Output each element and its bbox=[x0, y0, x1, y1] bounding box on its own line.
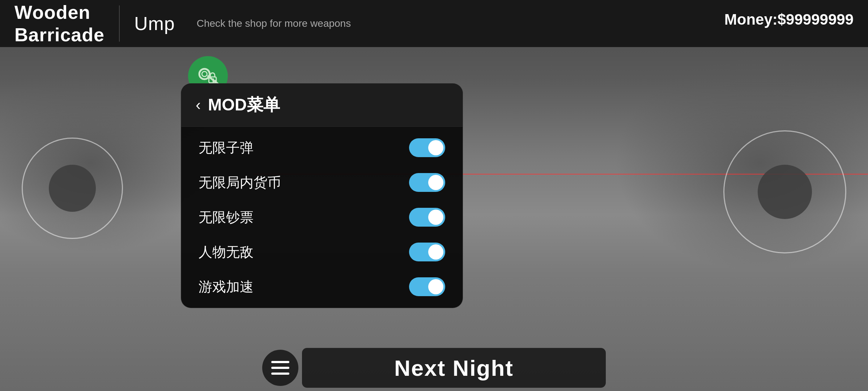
shop-hint: Check the shop for more weapons bbox=[197, 18, 351, 29]
mod-menu-body: 无限子弹 无限局内货币 无限钞票 人物无敌 游戏加速 bbox=[181, 127, 463, 308]
toggle-cash[interactable] bbox=[409, 208, 445, 227]
mod-item-invincible: 人物无敌 bbox=[181, 235, 463, 269]
mod-item-ammo: 无限子弹 bbox=[181, 130, 463, 165]
toggle-invincible[interactable] bbox=[409, 243, 445, 261]
mod-label-currency: 无限局内货币 bbox=[199, 173, 281, 192]
mod-menu-header: ‹ MOD菜单 bbox=[181, 84, 463, 127]
weapon-name: Ump bbox=[134, 13, 175, 34]
mod-label-speed: 游戏加速 bbox=[199, 278, 254, 296]
mod-menu-panel: ‹ MOD菜单 无限子弹 无限局内货币 无限钞票 人物无敌 游戏加速 bbox=[181, 83, 463, 308]
mod-menu-title: MOD菜单 bbox=[208, 94, 280, 116]
left-joystick[interactable] bbox=[22, 138, 123, 239]
back-button[interactable]: ‹ bbox=[196, 97, 201, 113]
mod-item-currency: 无限局内货币 bbox=[181, 165, 463, 200]
right-joystick-thumb bbox=[758, 165, 812, 219]
bottom-bar: Next Night bbox=[0, 345, 868, 391]
toggle-speed[interactable] bbox=[409, 277, 445, 296]
barricade-title: Wooden Barricade bbox=[14, 1, 105, 46]
mod-label-cash: 无限钞票 bbox=[199, 208, 254, 227]
toggle-currency[interactable] bbox=[409, 173, 445, 192]
right-joystick[interactable] bbox=[723, 130, 846, 253]
svg-point-1 bbox=[202, 71, 207, 76]
mod-label-invincible: 人物无敌 bbox=[199, 243, 254, 261]
mod-label-ammo: 无限子弹 bbox=[199, 139, 254, 157]
header-divider bbox=[119, 5, 120, 42]
menu-button[interactable] bbox=[262, 350, 298, 386]
left-joystick-thumb bbox=[49, 165, 96, 212]
money-display: Money:$99999999 bbox=[724, 11, 854, 28]
mod-item-speed: 游戏加速 bbox=[181, 269, 463, 304]
hamburger-icon bbox=[271, 361, 289, 375]
mod-item-cash: 无限钞票 bbox=[181, 200, 463, 235]
next-night-button[interactable]: Next Night bbox=[302, 348, 606, 388]
svg-point-0 bbox=[199, 69, 209, 79]
toggle-ammo[interactable] bbox=[409, 138, 445, 157]
